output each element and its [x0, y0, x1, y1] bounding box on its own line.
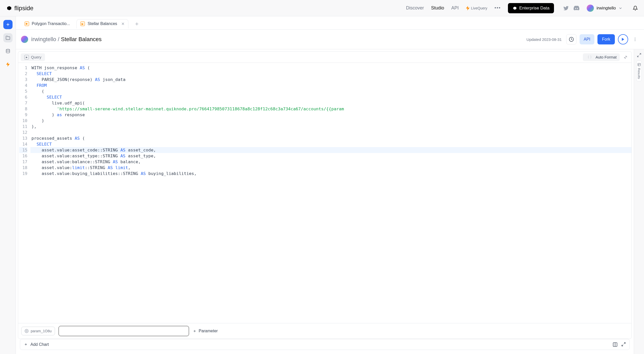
sidebar-livequery-button[interactable] — [3, 60, 13, 69]
results-tab[interactable]: Results — [636, 61, 642, 81]
logo-mark-icon — [6, 5, 12, 11]
run-button[interactable] — [618, 34, 628, 44]
code-icon: 〈 〉 — [586, 55, 594, 60]
nav-discover[interactable]: Discover — [406, 5, 424, 11]
svg-point-6 — [635, 39, 636, 40]
svg-marker-4 — [622, 38, 624, 41]
query-tab[interactable]: ▶ Query — [21, 53, 45, 61]
breadcrumb: irwingtello / Stellar Balances — [31, 36, 102, 43]
svg-rect-15 — [638, 63, 640, 66]
close-icon[interactable]: ✕ — [121, 21, 125, 26]
page-title: Stellar Balances — [61, 36, 102, 42]
tab-stellar-balances[interactable]: ▶ Stellar Balances ✕ — [76, 19, 128, 28]
tab-label: Stellar Balances — [87, 21, 117, 26]
code-body[interactable]: WITH json_response AS ( SELECT PARSE_JSO… — [30, 63, 631, 323]
add-chart-button[interactable]: ＋ Add Chart — [24, 342, 49, 347]
tab-polygon-transactions[interactable]: ▶ Polygon Transactio... — [21, 19, 73, 28]
sidebar-new-button[interactable] — [3, 20, 13, 29]
svg-line-12 — [622, 345, 623, 346]
query-icon: ▶ — [80, 21, 85, 26]
tab-label: Polygon Transactio... — [32, 21, 70, 26]
gear-icon — [25, 329, 29, 333]
file-tabs: ▶ Polygon Transactio... ▶ Stellar Balanc… — [16, 16, 644, 30]
top-navbar: flipside Discover Studio API LiveQuery •… — [0, 0, 644, 16]
bolt-icon — [466, 6, 470, 10]
svg-point-2 — [6, 49, 10, 51]
owner-avatar — [21, 36, 28, 43]
nav-links: Discover Studio API LiveQuery ••• Enterp… — [406, 3, 638, 13]
add-tab-button[interactable]: ＋ — [131, 19, 142, 29]
table-icon — [637, 63, 641, 66]
chevron-down-icon — [618, 6, 623, 10]
svg-line-11 — [624, 343, 625, 344]
api-button[interactable]: API — [580, 34, 594, 44]
line-gutter: 12345678910111213141516171819 — [18, 63, 30, 323]
content-area: ▶ Polygon Transactio... ▶ Stellar Balanc… — [16, 16, 644, 354]
brand-logo[interactable]: flipside — [6, 5, 34, 12]
cube-icon — [513, 6, 517, 10]
editor-panel: ▶ Query 〈 〉 Auto Format — [18, 51, 632, 339]
nav-studio[interactable]: Studio — [431, 5, 444, 11]
svg-point-8 — [26, 331, 27, 332]
more-vertical-icon[interactable] — [631, 37, 639, 42]
more-horizontal-icon[interactable]: ••• — [494, 5, 501, 11]
discord-icon[interactable] — [573, 5, 580, 11]
twitter-icon[interactable] — [563, 5, 569, 11]
enterprise-label: Enterprise Data — [519, 6, 549, 11]
title-bar: irwingtello / Stellar Balances Updated 2… — [16, 30, 644, 49]
breadcrumb-sep: / — [58, 36, 59, 42]
add-parameter-button[interactable]: ＋ Parameter — [193, 328, 218, 334]
param-name: param_1O8u — [31, 329, 52, 333]
expand-icon[interactable] — [637, 53, 641, 57]
history-button[interactable] — [566, 34, 576, 44]
layout-columns-icon[interactable] — [613, 342, 618, 347]
social-icons — [563, 5, 580, 11]
expand-icon[interactable] — [621, 342, 626, 347]
nav-livequery[interactable]: LiveQuery — [466, 6, 487, 10]
plus-icon: ＋ — [24, 342, 28, 347]
enterprise-data-button[interactable]: Enterprise Data — [508, 3, 554, 13]
owner-name[interactable]: irwingtello — [31, 36, 56, 42]
parameter-chip[interactable]: param_1O8u — [21, 327, 55, 335]
avatar — [587, 5, 594, 12]
left-sidebar — [0, 16, 16, 354]
updated-timestamp: Updated 2023-08-31 — [527, 37, 562, 42]
sidebar-folder-button[interactable] — [3, 33, 13, 42]
right-rail: Results — [634, 49, 644, 354]
brand-name: flipside — [14, 5, 34, 12]
user-menu[interactable]: irwingtello — [587, 5, 623, 12]
notifications-bell-icon[interactable] — [633, 6, 638, 11]
sidebar-database-button[interactable] — [3, 46, 13, 56]
fork-button[interactable]: Fork — [597, 34, 615, 44]
auto-format-button[interactable]: 〈 〉 Auto Format — [583, 53, 620, 61]
editor-header: ▶ Query 〈 〉 Auto Format — [18, 52, 631, 63]
collapse-icon[interactable] — [622, 54, 629, 61]
svg-line-14 — [637, 56, 639, 57]
query-icon: ▶ — [25, 21, 29, 26]
param-value-input[interactable] — [59, 326, 189, 336]
svg-point-7 — [635, 40, 636, 41]
nav-api[interactable]: API — [451, 5, 459, 11]
svg-point-5 — [635, 38, 636, 38]
username-label: irwingtello — [596, 6, 616, 11]
livequery-label: LiveQuery — [471, 6, 487, 10]
parameter-row: param_1O8u ＋ Parameter — [18, 323, 631, 339]
code-editor[interactable]: 12345678910111213141516171819 WITH json_… — [18, 63, 631, 323]
add-chart-row: ＋ Add Chart — [20, 339, 630, 350]
svg-line-13 — [639, 53, 641, 55]
query-panel-icon: ▶ — [24, 55, 29, 60]
plus-icon: ＋ — [193, 328, 197, 334]
